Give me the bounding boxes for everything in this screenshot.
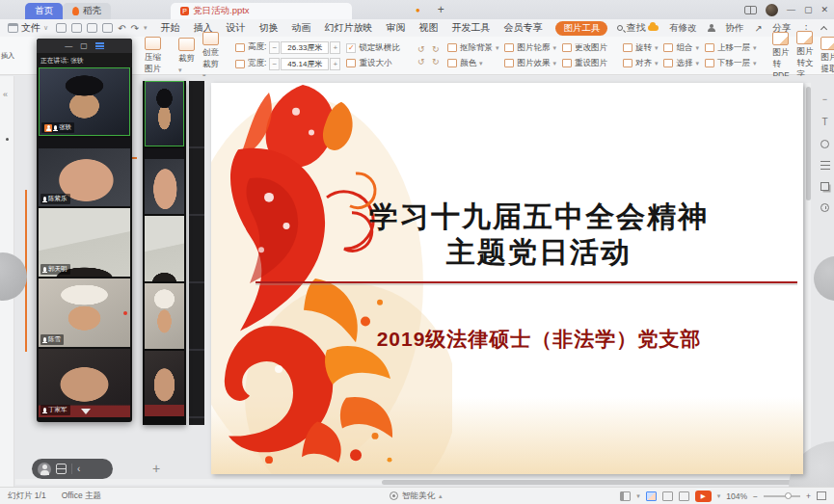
slide-canvas[interactable]: 学习十九届五中全会精神 主题党日活动 2019级法律硕士（非法学）党支部 <box>211 83 803 474</box>
print-icon[interactable] <box>71 23 82 33</box>
laser-tool-icon[interactable] <box>821 140 829 148</box>
picture-to-pdf-button[interactable]: 图片转PDF <box>768 32 793 80</box>
video-call-window-behind[interactable] <box>143 81 186 425</box>
send-backward-button[interactable]: 下移一层 ▾ <box>705 58 757 69</box>
rotate-cw-button[interactable]: ↻ <box>430 44 442 54</box>
color-button[interactable]: 颜色 ▾ <box>447 58 499 69</box>
vertical-scrollbar[interactable] <box>805 83 811 472</box>
change-picture-button[interactable]: 更改图片 <box>562 42 607 54</box>
menu-animation[interactable]: 动画 <box>291 21 310 35</box>
vertical-scroll-thumb[interactable] <box>806 87 811 200</box>
slide-title[interactable]: 学习十九届五中全会精神 主题党日活动 <box>269 199 803 270</box>
rail-minimize-icon[interactable]: − <box>822 94 827 104</box>
rotate-button[interactable]: 旋转 ▾ <box>623 42 659 54</box>
fit-to-window-icon[interactable] <box>817 491 826 500</box>
video-tile[interactable]: 陈紫乐 <box>39 138 130 206</box>
close-button[interactable]: ✕ <box>821 5 828 14</box>
dock-collapse-icon[interactable]: ‹ <box>77 464 80 474</box>
beautify-button[interactable]: 智能美化 ▴ <box>390 491 443 502</box>
horizontal-scrollbar[interactable] <box>15 479 806 485</box>
menu-slideshow[interactable]: 幻灯片放映 <box>324 21 372 35</box>
reset-picture-button[interactable]: 重设图片 <box>562 58 607 69</box>
meeting-minimize-button[interactable]: — <box>65 41 72 50</box>
zoom-slider[interactable] <box>764 495 800 497</box>
menu-view[interactable]: 视图 <box>418 21 438 35</box>
menu-transition[interactable]: 切换 <box>258 21 278 35</box>
file-menu[interactable]: 文件 ∨ <box>8 21 48 35</box>
new-slide-button[interactable]: + <box>152 461 160 476</box>
meeting-dock-pill[interactable]: ‹ <box>32 459 113 479</box>
picture-tools-tab[interactable]: 图片工具 <box>555 21 607 36</box>
lock-aspect-checkbox[interactable]: ✓ 锁定纵横比 <box>346 42 400 54</box>
picture-to-text-button[interactable]: 图片转文字 <box>793 31 817 81</box>
select-button[interactable]: 选择 ▾ <box>663 58 699 69</box>
remove-background-button[interactable]: 抠除背景 ▾ <box>447 42 499 54</box>
slideshow-play-button[interactable]: ▶ <box>695 491 712 502</box>
bring-forward-button[interactable]: 上移一层 ▾ <box>705 42 757 54</box>
normal-view-icon[interactable] <box>646 491 657 501</box>
creative-crop-button[interactable]: 创意裁剪 ▾ <box>199 32 223 80</box>
compress-picture-button[interactable]: 压缩图片 <box>141 37 165 75</box>
text-tool-icon[interactable]: T <box>821 117 827 127</box>
menu-member[interactable]: 会员专享 <box>503 21 542 35</box>
reading-view-icon[interactable] <box>679 491 689 501</box>
height-minus-button[interactable]: − <box>269 41 280 54</box>
zoom-slider-knob[interactable] <box>785 492 792 499</box>
menu-devtools[interactable]: 开发工具 <box>451 21 490 35</box>
flip-v-button[interactable]: ↻ <box>430 57 442 66</box>
menu-review[interactable]: 审阅 <box>386 21 405 35</box>
history-tool-icon[interactable] <box>821 203 829 212</box>
height-value[interactable]: 26.33厘米 <box>281 41 329 54</box>
minimize-button[interactable]: — <box>787 5 795 14</box>
collaborate-button[interactable]: 协作 <box>726 22 744 35</box>
adjust-tool-icon[interactable] <box>821 161 830 170</box>
maximize-button[interactable]: ▢ <box>804 5 813 14</box>
video-tile[interactable]: 陈雪 <box>39 279 130 347</box>
notes-caret[interactable]: ▾ <box>636 492 640 500</box>
play-caret[interactable]: ▾ <box>717 492 721 500</box>
slide-subtitle[interactable]: 2019级法律硕士（非法学）党支部 <box>269 326 803 353</box>
flip-h-button[interactable]: ↺ <box>416 57 427 66</box>
slide-sorter-view-icon[interactable] <box>662 491 673 501</box>
rotate-ccw-button[interactable]: ↺ <box>416 44 427 54</box>
collapse-ribbon-icon[interactable] <box>821 26 827 33</box>
dock-grid-icon[interactable] <box>56 464 67 474</box>
tab-home[interactable]: 首页 <box>25 3 63 19</box>
align-button[interactable]: 对齐 ▾ <box>623 58 659 69</box>
notes-view-icon[interactable] <box>620 491 631 501</box>
undo-button[interactable]: ↶ <box>118 23 125 34</box>
new-tab-button[interactable]: + <box>438 3 444 16</box>
group-button[interactable]: 组合 ▾ <box>663 42 699 54</box>
zoom-in-button[interactable]: + <box>806 491 811 501</box>
expand-triangle-icon[interactable] <box>81 409 91 414</box>
picture-effects-button[interactable]: 图片效果 ▾ <box>504 58 556 69</box>
collapse-pane-button[interactable]: « <box>3 90 8 99</box>
quickbar-more-icon[interactable]: ▾ <box>144 24 148 32</box>
width-value[interactable]: 45.14厘米 <box>281 58 329 70</box>
preview-icon[interactable] <box>87 23 97 33</box>
width-minus-button[interactable]: − <box>269 58 280 70</box>
tab-docer[interactable]: 稻壳 <box>63 3 111 19</box>
video-call-window[interactable]: — ▢ 正在讲话: 张轶 张轶 陈紫乐 郭天明 陈雪 丁家军 <box>37 39 132 422</box>
export-icon[interactable] <box>102 23 113 33</box>
theme-name[interactable]: Office 主题 <box>62 491 101 502</box>
reading-mode-icon[interactable] <box>744 6 757 14</box>
menu-design[interactable]: 设计 <box>226 21 245 35</box>
layers-tool-icon[interactable] <box>821 182 829 191</box>
picture-outline-button[interactable]: 图片轮廓 ▾ <box>504 42 556 54</box>
save-icon[interactable] <box>56 23 67 33</box>
menu-start[interactable]: 开始 <box>160 21 179 35</box>
reset-size-button[interactable]: 重设大小 <box>346 58 400 69</box>
meeting-menu-icon[interactable] <box>95 42 104 49</box>
modified-status[interactable]: 有修改 <box>669 22 697 35</box>
redo-button[interactable]: ↷ <box>131 23 139 34</box>
horizontal-scroll-thumb[interactable] <box>382 480 804 485</box>
crop-button[interactable]: 裁剪 ▾ <box>175 38 199 74</box>
meeting-restore-button[interactable]: ▢ <box>80 41 88 50</box>
dock-avatar-icon[interactable] <box>38 463 51 476</box>
video-tile[interactable]: 张轶 <box>39 67 130 136</box>
height-plus-button[interactable]: + <box>330 41 340 54</box>
width-plus-button[interactable]: + <box>330 58 340 70</box>
video-tile[interactable]: 郭天明 <box>39 208 130 277</box>
account-avatar[interactable] <box>766 4 778 16</box>
